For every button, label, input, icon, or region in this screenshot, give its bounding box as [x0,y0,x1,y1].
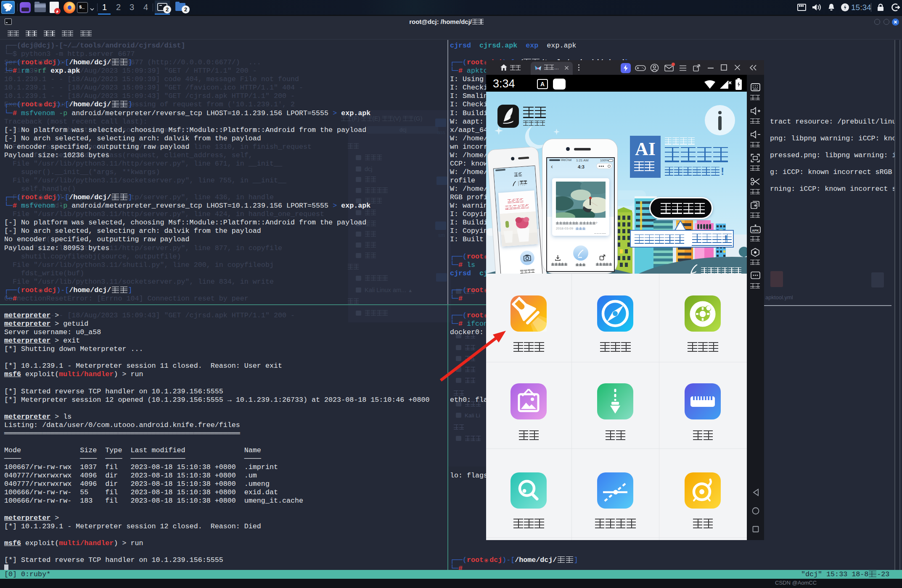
svg-text:APK: APK [752,229,759,232]
